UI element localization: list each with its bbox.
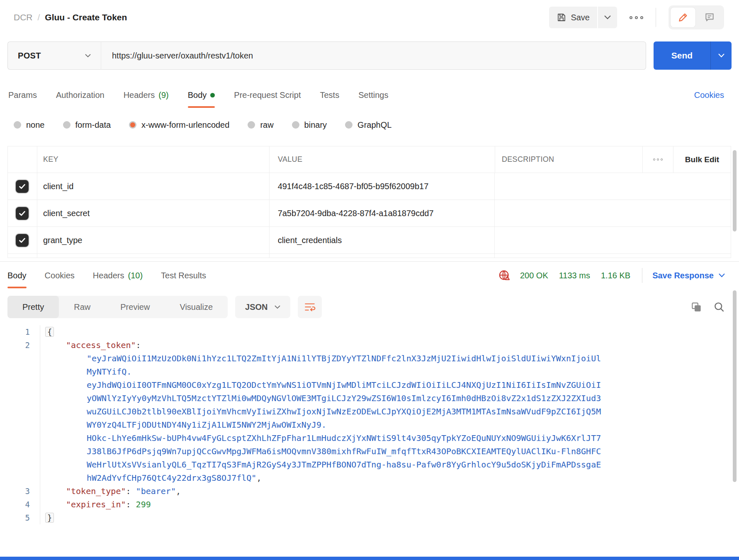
comment-icon — [704, 12, 715, 23]
code-line-content: "access_token": — [40, 338, 722, 352]
fold-marker[interactable]: } — [45, 513, 54, 523]
value-cell[interactable]: 7a5b7204-9dba-4228-87f4-a1a81879cdd7 — [270, 200, 495, 226]
view-raw[interactable]: Raw — [59, 296, 105, 318]
description-cell[interactable] — [495, 227, 731, 253]
tab-label: Tests — [320, 90, 339, 100]
line-number: 3 — [0, 485, 40, 498]
line-number — [0, 471, 40, 485]
table-scrollbar[interactable] — [733, 150, 737, 231]
chevron-down-icon — [719, 273, 725, 278]
key-cell[interactable]: client_secret — [37, 200, 270, 226]
tab-label: Headers — [124, 90, 155, 100]
fold-marker[interactable]: { — [45, 327, 54, 337]
send-button-group: Send — [654, 41, 732, 70]
code-line: 1{ — [0, 325, 722, 338]
topbar-divider — [656, 8, 656, 27]
search-icon[interactable] — [714, 302, 725, 313]
radio-binary[interactable]: binary — [292, 120, 327, 130]
breadcrumb-collection[interactable]: DCR — [14, 12, 33, 22]
code-line: eyJhdWQiOiI0OTFmNGM0OC0xYzg1LTQ2ODctYmYw… — [0, 378, 722, 392]
column-header-key: KEY — [37, 146, 270, 173]
tab-authorization[interactable]: Authorization — [56, 82, 105, 108]
response-time[interactable]: 1133 ms — [559, 271, 590, 280]
radio-form-data[interactable]: form-data — [63, 120, 111, 130]
request-tabs: ParamsAuthorizationHeaders(9)BodyPre-req… — [8, 82, 724, 108]
copy-icon[interactable] — [691, 302, 702, 313]
tab-tests[interactable]: Tests — [320, 82, 339, 108]
response-size[interactable]: 1.16 KB — [601, 271, 630, 280]
value-cell[interactable]: 491f4c48-1c85-4687-bf05-b95f62009b17 — [270, 173, 495, 200]
table-body: client_id491f4c48-1c85-4687-bf05-b95f620… — [8, 173, 731, 258]
code-token-punc: : — [126, 499, 136, 509]
bulk-edit-button[interactable]: Bulk Edit — [673, 146, 731, 173]
row-checkbox[interactable] — [16, 207, 29, 220]
line-number: 2 — [0, 338, 40, 352]
send-button[interactable]: Send — [654, 41, 710, 70]
wrap-lines-icon — [304, 302, 316, 312]
radio-circle-icon — [14, 121, 21, 129]
tab-count: (10) — [128, 271, 143, 280]
tab-params[interactable]: Params — [8, 82, 37, 108]
tab-body[interactable]: Body — [188, 82, 215, 108]
radio-label: GraphQL — [357, 120, 391, 130]
tab-body[interactable]: Body — [7, 263, 27, 288]
value-cell[interactable]: client_credentials — [270, 227, 495, 253]
status-code[interactable]: 200 OK — [520, 271, 548, 280]
code-token-punc: : — [126, 486, 136, 496]
cookies-link[interactable]: Cookies — [694, 82, 724, 108]
wrap-lines-button[interactable] — [298, 296, 322, 318]
tab-headers[interactable]: Headers(9) — [124, 82, 169, 108]
tab-pre-request-script[interactable]: Pre-request Script — [234, 82, 301, 108]
code-line: WY0YzQ4LTFjODUtNDY4Ny1iZjA1LWI5NWY2MjAwO… — [0, 418, 722, 431]
view-preview[interactable]: Preview — [105, 296, 165, 318]
key-cell[interactable]: grant_type — [37, 227, 270, 253]
tab-label: Authorization — [56, 90, 105, 100]
radio-x-www-form-urlencoded[interactable]: x-www-form-urlencoded — [129, 120, 229, 130]
column-header-description: DESCRIPTION — [495, 146, 643, 173]
radio-label: binary — [304, 120, 327, 130]
method-select[interactable]: POST — [7, 41, 101, 70]
code-line-content: wuZGUiLCJ0b2tlbl90eXBlIjoiYmVhcmVyIiwiZX… — [40, 405, 722, 418]
save-button[interactable]: Save — [549, 7, 597, 28]
request-title[interactable]: Gluu - Create Token — [45, 12, 127, 22]
code-line-content: yOWNlYzIyYy0yMzVhLTQ5MzctYTZlMi0wMDQyNGV… — [40, 392, 722, 405]
radio-label: form-data — [75, 120, 111, 130]
response-scrollbar[interactable] — [733, 290, 737, 482]
row-checkbox[interactable] — [16, 234, 29, 247]
code-token-str: wuZGUiLCJ0b2tlbl90eXBlIjoiYmVhcmVyIiwiZX… — [87, 407, 601, 416]
description-cell[interactable] — [495, 173, 731, 200]
response-panel-divider — [0, 261, 739, 262]
method-label: POST — [18, 51, 41, 61]
format-select[interactable]: JSON — [235, 296, 290, 318]
table-more-options-icon[interactable] — [643, 146, 673, 173]
comments-button[interactable] — [697, 7, 722, 27]
more-options-icon[interactable] — [630, 16, 643, 19]
description-cell[interactable] — [495, 200, 731, 226]
code-token-key: "access_token" — [66, 340, 136, 350]
send-options-button[interactable] — [710, 41, 732, 70]
row-checkbox[interactable] — [16, 180, 29, 193]
tab-test-results[interactable]: Test Results — [161, 263, 206, 288]
view-pretty[interactable]: Pretty — [7, 296, 59, 318]
tab-settings[interactable]: Settings — [358, 82, 388, 108]
key-cell[interactable]: client_id — [37, 173, 270, 200]
tab-cookies[interactable]: Cookies — [45, 263, 75, 288]
url-input[interactable]: https://gluu-server/oxauth/restv1/token — [101, 41, 646, 70]
radio-graphql[interactable]: GraphQL — [345, 120, 391, 130]
code-line-content: "expires_in": 299 — [40, 498, 722, 511]
request-builder: POST https://gluu-server/oxauth/restv1/t… — [7, 41, 732, 70]
edit-mode-button[interactable] — [671, 7, 695, 27]
code-token-str: HOkc-LhYe6mHkSw-bUPh4vw4FyGLcsptZXhLhZFp… — [87, 433, 601, 443]
radio-none[interactable]: none — [14, 120, 45, 130]
view-visualize[interactable]: Visualize — [165, 296, 228, 318]
radio-raw[interactable]: raw — [248, 120, 273, 130]
postman-window: DCR / Gluu - Create Token Save — [0, 0, 739, 560]
tab-headers[interactable]: Headers(10) — [93, 263, 143, 288]
code-line: 5} — [0, 511, 722, 524]
line-number: 4 — [0, 498, 40, 511]
save-response-button[interactable]: Save Response — [652, 271, 725, 280]
radio-circle-icon — [248, 121, 255, 129]
save-options-button[interactable] — [598, 7, 617, 28]
tab-label: Test Results — [161, 271, 206, 280]
network-warning-icon[interactable] — [498, 269, 511, 282]
